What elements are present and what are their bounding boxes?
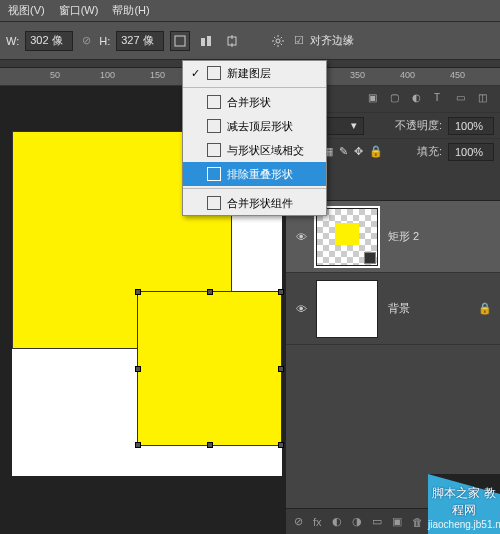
transform-handle[interactable]	[207, 442, 213, 448]
lock-brush-icon[interactable]: ✎	[339, 145, 348, 158]
fill-label: 填充:	[417, 144, 442, 159]
fx-button[interactable]: fx	[313, 516, 322, 528]
svg-rect-2	[207, 36, 211, 46]
layer-name[interactable]: 矩形 2	[388, 229, 419, 244]
transform-handle[interactable]	[207, 289, 213, 295]
transform-handle[interactable]	[135, 289, 141, 295]
combine-icon	[207, 95, 221, 109]
svg-point-4	[276, 39, 280, 43]
menu-combine[interactable]: 合并形状	[183, 90, 326, 114]
align-edges-label: 对齐边缘	[310, 33, 354, 48]
ruler-tick: 350	[350, 70, 365, 80]
square-icon	[207, 66, 221, 80]
align-button[interactable]	[196, 31, 216, 51]
lock-all-icon[interactable]: 🔒	[369, 145, 383, 158]
menu-label: 新建图层	[227, 66, 271, 81]
layer-row[interactable]: 👁 背景 🔒	[286, 273, 500, 345]
opacity-label: 不透明度:	[395, 118, 442, 133]
menu-separator	[183, 188, 326, 189]
svg-rect-0	[175, 36, 185, 46]
intersect-icon	[207, 143, 221, 157]
ruler-tick: 450	[450, 70, 465, 80]
trash-icon[interactable]: 🗑	[412, 516, 423, 528]
menu-label: 合并形状	[227, 95, 271, 110]
options-bar: W: 302 像 ⊘ H: 327 像 ☑ 对齐边缘	[0, 22, 500, 60]
new-layer-icon[interactable]: ▣	[392, 515, 402, 528]
smart-filter-icon[interactable]: ◫	[478, 92, 492, 106]
menu-subtract[interactable]: 减去顶层形状	[183, 114, 326, 138]
menu-window[interactable]: 窗口(W)	[59, 3, 99, 18]
type-filter-icon[interactable]: T	[434, 92, 448, 106]
arrange-button[interactable]	[222, 31, 242, 51]
new-group-icon[interactable]: ▭	[372, 515, 382, 528]
transform-handle[interactable]	[135, 442, 141, 448]
adjust-filter-icon[interactable]: ◐	[412, 92, 426, 106]
merge-icon	[207, 196, 221, 210]
transform-handle[interactable]	[278, 366, 284, 372]
visibility-icon[interactable]: 👁	[286, 303, 316, 315]
watermark: 脚本之家 教程网 jiaocheng.jb51.net	[428, 474, 500, 534]
svg-rect-1	[201, 38, 205, 46]
menu-new-layer[interactable]: ✓新建图层	[183, 61, 326, 85]
thumb-shape	[335, 223, 359, 245]
height-input[interactable]: 327 像	[116, 31, 164, 51]
image-filter-icon[interactable]: ▢	[390, 92, 404, 106]
w-label: W:	[6, 35, 19, 47]
lock-move-icon[interactable]: ✥	[354, 145, 363, 158]
link-layers-icon[interactable]: ⊘	[294, 515, 303, 528]
gear-icon[interactable]	[268, 31, 288, 51]
subtract-icon	[207, 119, 221, 133]
filter-icon[interactable]: ▣	[368, 92, 382, 106]
ruler-tick: 150	[150, 70, 165, 80]
exclude-icon	[207, 167, 221, 181]
ruler-tick: 50	[50, 70, 60, 80]
menu-exclude[interactable]: 排除重叠形状	[183, 162, 326, 186]
h-label: H:	[99, 35, 110, 47]
menu-help[interactable]: 帮助(H)	[112, 3, 149, 18]
layer-thumbnail[interactable]	[316, 280, 378, 338]
ruler-tick: 100	[100, 70, 115, 80]
transform-handle[interactable]	[278, 289, 284, 295]
ruler-tick: 400	[400, 70, 415, 80]
transform-handle[interactable]	[135, 366, 141, 372]
fill-input[interactable]: 100%	[448, 143, 494, 161]
menu-intersect[interactable]: 与形状区域相交	[183, 138, 326, 162]
menu-view[interactable]: 视图(V)	[8, 3, 45, 18]
new-fill-icon[interactable]: ◑	[352, 515, 362, 528]
checkbox-icon[interactable]: ☑	[294, 34, 304, 47]
shape-filter-icon[interactable]: ▭	[456, 92, 470, 106]
watermark-text: 脚本之家 教程网 jiaocheng.jb51.net	[428, 485, 500, 530]
menu-label: 合并形状组件	[227, 196, 293, 211]
chevron-down-icon: ▾	[351, 119, 357, 132]
menu-label: 排除重叠形状	[227, 167, 293, 182]
layer-thumbnail[interactable]	[316, 208, 378, 266]
layers-list: 👁 矩形 2 👁 背景 🔒	[286, 201, 500, 421]
lock-icon: 🔒	[478, 302, 492, 315]
width-input[interactable]: 302 像	[25, 31, 73, 51]
visibility-icon[interactable]: 👁	[286, 231, 316, 243]
check-icon: ✓	[189, 67, 201, 80]
path-ops-button[interactable]	[170, 31, 190, 51]
shape-badge-icon	[364, 252, 376, 264]
opacity-input[interactable]: 100%	[448, 117, 494, 135]
yellow-rect-2[interactable]	[137, 291, 282, 446]
link-icon[interactable]: ⊘	[79, 34, 93, 48]
menu-bar: 视图(V) 窗口(W) 帮助(H)	[0, 0, 500, 22]
menu-label: 与形状区域相交	[227, 143, 304, 158]
mask-icon[interactable]: ◐	[332, 515, 342, 528]
menu-separator	[183, 87, 326, 88]
menu-label: 减去顶层形状	[227, 119, 293, 134]
transform-handle[interactable]	[278, 442, 284, 448]
menu-merge[interactable]: 合并形状组件	[183, 191, 326, 215]
path-operations-menu: ✓新建图层 合并形状 减去顶层形状 与形状区域相交 排除重叠形状 合并形状组件	[182, 60, 327, 216]
layer-name[interactable]: 背景	[388, 301, 410, 316]
